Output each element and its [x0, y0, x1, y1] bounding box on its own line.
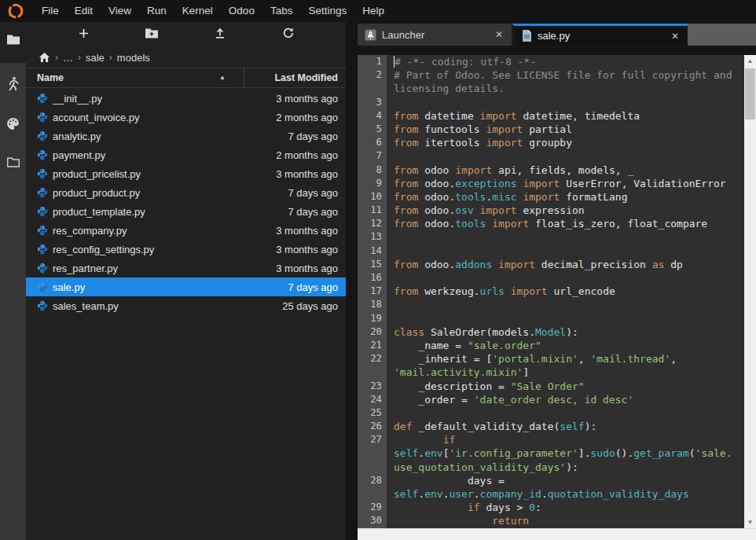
code-line-content: [387, 96, 394, 109]
code-line: self.env['ir.config_parameter'].sudo().g…: [358, 446, 744, 460]
file-row[interactable]: analytic.py7 days ago: [26, 127, 346, 145]
breadcrumb: ›…›sale›models: [26, 47, 346, 68]
left-sidebar-strip: [0, 22, 26, 540]
code-editor[interactable]: 1# -*- coding: utf-8 -*-2# Part of Odoo.…: [358, 55, 744, 528]
column-header-name[interactable]: Name: [37, 68, 64, 87]
code-line: 18: [358, 298, 744, 311]
line-number: 9: [358, 177, 387, 190]
code-line-content: return: [387, 514, 529, 527]
palette-icon: [6, 117, 20, 134]
file-browser-tab[interactable]: [0, 34, 26, 49]
code-line-content: def _default_validity_date(self):: [387, 420, 596, 433]
menu-item-edit[interactable]: Edit: [67, 0, 101, 22]
file-row[interactable]: product_product.py7 days ago: [26, 183, 346, 202]
file-row[interactable]: sale.py7 days ago: [26, 277, 346, 296]
vertical-scrollbar[interactable]: ▲ ▼: [744, 55, 756, 528]
python-file-icon: [37, 168, 53, 179]
python-file-icon: [37, 206, 53, 217]
code-line: 30 return: [358, 514, 744, 527]
code-line-content: from datetime import datetime, timedelta: [387, 109, 640, 123]
menu-item-settings[interactable]: Settings: [300, 0, 354, 22]
breadcrumb-items: ›…›sale›models: [52, 52, 152, 64]
file-last-modified: 25 days ago: [282, 300, 346, 312]
file-name: product_template.py: [53, 206, 145, 218]
code-line-content: if days > 0:: [387, 501, 541, 514]
file-row[interactable]: res_company.py3 months ago: [26, 221, 346, 240]
column-header-last-modified[interactable]: Last Modified: [274, 68, 338, 87]
line-number: 10: [358, 190, 387, 204]
code-line: 12from odoo.tools import float_is_zero, …: [358, 217, 744, 230]
refresh-icon: [282, 27, 295, 42]
close-icon[interactable]: ✕: [494, 29, 505, 40]
file-last-modified: 7 days ago: [288, 187, 346, 199]
python-file-icon: [37, 112, 53, 123]
file-row[interactable]: payment.py2 months ago: [26, 145, 346, 164]
file-row[interactable]: res_partner.py3 months ago: [26, 259, 346, 277]
tab-sale-py[interactable]: sale.py✕: [512, 24, 688, 46]
line-number: [358, 461, 387, 474]
tab-label: Launcher: [382, 29, 424, 41]
menu-item-kernel[interactable]: Kernel: [174, 0, 221, 22]
breadcrumb-item[interactable]: models: [116, 52, 152, 64]
file-last-modified: 7 days ago: [288, 281, 346, 293]
breadcrumb-item[interactable]: …: [61, 52, 75, 64]
code-line: 21 _name = "sale.order": [358, 339, 744, 352]
command-palette-tab[interactable]: [0, 117, 26, 134]
code-line: 26def _default_validity_date(self):: [358, 420, 744, 433]
code-line-content: class SaleOrder(models.Model):: [387, 325, 578, 339]
line-number: 26: [358, 420, 387, 433]
home-icon[interactable]: [39, 52, 50, 63]
file-row[interactable]: res_config_settings.py3 months ago: [26, 240, 346, 259]
scroll-down-icon[interactable]: ▼: [744, 516, 756, 528]
file-row[interactable]: sales_team.py25 days ago: [26, 296, 346, 315]
menu-item-run[interactable]: Run: [139, 0, 174, 22]
running-sessions-tab[interactable]: [0, 76, 26, 94]
scrollbar-thumb[interactable]: [745, 68, 755, 119]
tab-launcher[interactable]: Launcher✕: [358, 24, 512, 46]
line-number: 7: [358, 149, 387, 163]
code-line: 7: [358, 149, 744, 163]
line-number: 25: [358, 406, 387, 420]
refresh-button[interactable]: [277, 24, 299, 46]
code-line: 20class SaleOrder(models.Model):: [358, 325, 744, 339]
menu-item-view[interactable]: View: [101, 0, 139, 22]
code-line: 23 _description = "Sale Order": [358, 380, 744, 393]
close-icon[interactable]: ✕: [670, 31, 681, 42]
panel-splitter[interactable]: [346, 22, 358, 540]
line-number: 27: [358, 433, 387, 446]
file-list: __init__.py3 months agoaccount_invoice.p…: [26, 89, 346, 315]
open-tabs-tab[interactable]: [0, 156, 26, 171]
code-line: 13: [358, 230, 744, 244]
line-number: 30: [358, 514, 387, 527]
file-row[interactable]: product_pricelist.py3 months ago: [26, 164, 346, 183]
line-number: 29: [358, 501, 387, 514]
new-folder-button[interactable]: [141, 24, 163, 46]
scroll-up-icon[interactable]: ▲: [744, 55, 756, 67]
code-line-content: from odoo.tools import float_is_zero, fl…: [387, 217, 707, 230]
code-line-content: [387, 406, 394, 420]
code-line-content: from odoo.exceptions import UserError, V…: [387, 177, 726, 190]
upload-button[interactable]: [209, 24, 231, 46]
file-name: res_partner.py: [53, 263, 118, 274]
file-name: res_config_settings.py: [53, 244, 154, 255]
code-line: use_quotation_validity_days'):: [358, 461, 744, 474]
new-launcher-button[interactable]: [72, 24, 94, 46]
menu-item-help[interactable]: Help: [354, 0, 392, 22]
code-line: 8from odoo import api, fields, models, _: [358, 163, 744, 177]
menu-item-file[interactable]: File: [34, 0, 67, 22]
line-number: 18: [358, 298, 387, 311]
breadcrumb-item[interactable]: sale: [84, 52, 106, 64]
python-file-icon: [37, 93, 53, 104]
file-row[interactable]: product_template.py7 days ago: [26, 202, 346, 221]
code-line-content: _description = "Sale Order": [387, 380, 585, 393]
menu-item-tabs[interactable]: Tabs: [262, 0, 301, 22]
line-number: 2: [358, 68, 387, 82]
horizontal-scrollbar[interactable]: [358, 528, 756, 540]
code-line-content: licensing details.: [387, 82, 505, 95]
file-row[interactable]: account_invoice.py2 months ago: [26, 108, 346, 127]
line-number: 16: [358, 271, 387, 285]
file-name: sales_team.py: [53, 300, 119, 312]
code-line: 6from itertools import groupby: [358, 136, 744, 149]
file-row[interactable]: __init__.py3 months ago: [26, 89, 346, 108]
menu-item-odoo[interactable]: Odoo: [221, 0, 262, 22]
